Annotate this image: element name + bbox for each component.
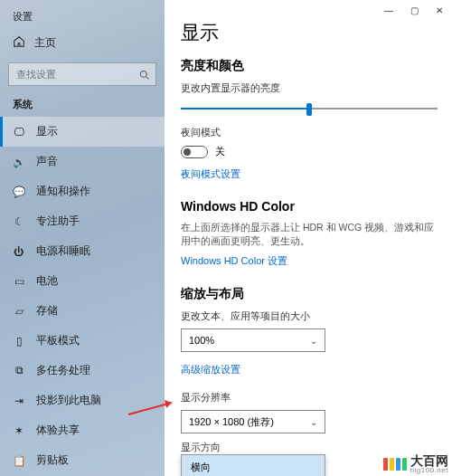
display-icon: 🖵	[13, 127, 25, 138]
storage-icon: ▱	[13, 305, 25, 318]
content-pane: 显示 亮度和颜色 更改内置显示器的亮度 夜间模式 关 夜间模式设置 Window…	[165, 0, 452, 476]
brightness-heading: 亮度和颜色	[181, 58, 438, 74]
svg-line-1	[146, 77, 149, 80]
brightness-slider[interactable]	[181, 100, 438, 117]
nav-tablet[interactable]: ▯平板模式	[0, 326, 165, 356]
notification-icon: 💬	[13, 186, 25, 198]
multitask-icon: ⧉	[13, 365, 25, 376]
search-input[interactable]	[9, 63, 155, 85]
advanced-scale-link[interactable]: 高级缩放设置	[181, 363, 240, 376]
nightlight-state: 关	[215, 145, 225, 158]
nav-label: 体验共享	[36, 424, 80, 437]
maximize-button[interactable]: ▢	[401, 0, 427, 20]
nav-multitask[interactable]: ⧉多任务处理	[0, 356, 165, 386]
nav-storage[interactable]: ▱存储	[0, 296, 165, 326]
search-icon[interactable]	[139, 68, 150, 84]
nav-shared[interactable]: ✶体验共享	[0, 415, 165, 445]
nav-list: 🖵显示 🔊声音 💬通知和操作 ☾专注助手 ⏻电源和睡眠 ▭电池 ▱存储 ▯平板模…	[0, 117, 165, 476]
nav-sound[interactable]: 🔊声音	[0, 147, 165, 176]
nav-label: 电源和睡眠	[36, 244, 90, 258]
watermark-url: big100.net	[410, 467, 448, 474]
text-size-combo[interactable]: 100% ⌄	[181, 328, 325, 352]
nav-display[interactable]: 🖵显示	[0, 117, 165, 147]
nav-focus[interactable]: ☾专注助手	[0, 206, 165, 236]
resolution-label: 显示分辨率	[181, 391, 438, 405]
chevron-down-icon: ⌄	[310, 417, 317, 427]
close-button[interactable]: ✕	[427, 0, 452, 20]
nav-label: 通知和操作	[36, 185, 90, 198]
nav-label: 投影到此电脑	[36, 394, 101, 407]
clipboard-icon: 📋	[13, 454, 25, 467]
scale-heading: 缩放与布局	[181, 286, 438, 302]
nav-label: 专注助手	[36, 214, 80, 228]
orientation-label: 显示方向	[181, 441, 438, 454]
resolution-combo[interactable]: 1920 × 1080 (推荐) ⌄	[181, 410, 325, 433]
page-title: 显示	[181, 20, 438, 45]
hdcolor-link[interactable]: Windows HD Color 设置	[181, 254, 287, 268]
watermark: 大百网 big100.net	[383, 454, 448, 474]
svg-point-0	[141, 71, 147, 78]
nav-label: 显示	[36, 125, 58, 138]
shared-icon: ✶	[13, 424, 25, 437]
nav-label: 平板模式	[36, 334, 80, 347]
section-label: 系统	[0, 94, 165, 117]
tablet-icon: ▯	[13, 335, 25, 347]
nav-project[interactable]: ⇥投影到此电脑	[0, 386, 165, 415]
nav-battery[interactable]: ▭电池	[0, 266, 165, 296]
resolution-value: 1920 × 1080 (推荐)	[189, 415, 274, 429]
nightlight-label: 夜间模式	[181, 126, 438, 139]
focus-icon: ☾	[13, 215, 25, 228]
nav-label: 多任务处理	[36, 364, 90, 377]
nav-clipboard[interactable]: 📋剪贴板	[0, 445, 165, 475]
nightlight-toggle[interactable]	[181, 146, 208, 158]
nightlight-settings-link[interactable]: 夜间模式设置	[181, 167, 240, 181]
hdcolor-heading: Windows HD Color	[181, 199, 438, 214]
watermark-logo-icon	[383, 458, 407, 471]
nav-label: 存储	[36, 304, 58, 318]
sidebar: 设置 主页 系统 🖵显示 🔊声音 💬通知和操作 ☾专注助手 ⏻电源和睡眠 ▭电池…	[0, 0, 165, 476]
hdcolor-desc: 在上面所选择的显示器上让 HDR 和 WCG 视频、游戏和应用中的画面更明亮、更…	[181, 221, 438, 247]
orientation-dropdown[interactable]: 横向 纵向 横向(翻转) 纵向(翻转)	[181, 454, 325, 476]
nav-label: 电池	[36, 274, 58, 288]
sound-icon: 🔊	[13, 156, 25, 168]
app-title: 设置	[0, 5, 165, 28]
home-button[interactable]: 主页	[0, 28, 165, 58]
battery-icon: ▭	[13, 275, 25, 288]
text-size-label: 更改文本、应用等项目的大小	[181, 309, 438, 323]
nav-power[interactable]: ⏻电源和睡眠	[0, 236, 165, 266]
home-icon	[13, 35, 25, 51]
project-icon: ⇥	[13, 395, 25, 407]
orientation-option-landscape[interactable]: 横向	[182, 455, 325, 476]
slider-thumb[interactable]	[306, 103, 312, 116]
home-label: 主页	[34, 35, 56, 51]
brightness-label: 更改内置显示器的亮度	[181, 81, 438, 95]
text-size-value: 100%	[189, 335, 214, 346]
power-icon: ⏻	[13, 246, 25, 257]
nav-notifications[interactable]: 💬通知和操作	[0, 176, 165, 206]
nav-label: 声音	[36, 155, 58, 168]
watermark-brand: 大百网	[410, 454, 448, 467]
nav-label: 剪贴板	[36, 453, 69, 467]
minimize-button[interactable]: —	[376, 0, 401, 20]
chevron-down-icon: ⌄	[310, 336, 317, 346]
